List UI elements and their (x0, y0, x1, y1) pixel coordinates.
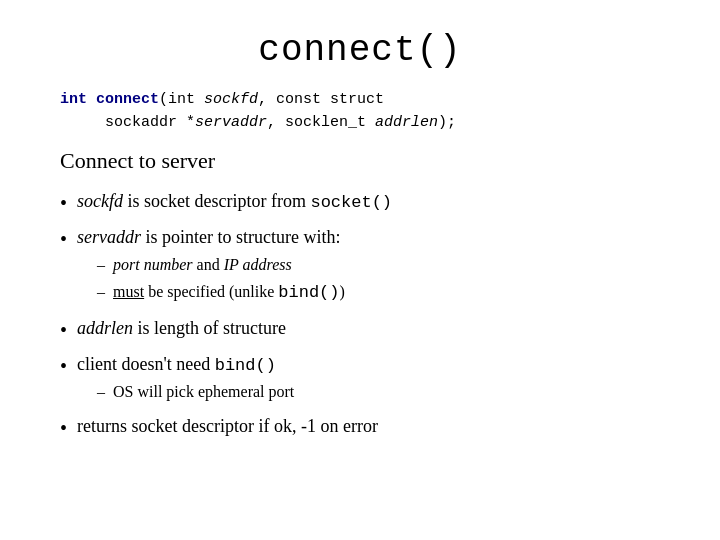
addrlen-italic: addrlen (77, 318, 133, 338)
ip-italic: IP address (224, 256, 292, 273)
slide: connect() int connect(int sockfd, const … (0, 0, 720, 540)
main-bullet-list: sockfd is socket descriptor from socket(… (60, 188, 680, 449)
slide-title: connect() (50, 30, 670, 71)
bullet-addrlen: addrlen is length of structure (60, 315, 680, 345)
sub-bullet-must-text: must be specified (unlike bind()) (113, 280, 345, 306)
bullet-addrlen-text: addrlen is length of structure (77, 315, 286, 342)
code-params-2: sockaddr *servaddr, socklen_t addrlen); (60, 114, 456, 131)
bullet-servaddr-content: servaddr is pointer to structure with: p… (77, 224, 345, 309)
bullet-sockfd-content: sockfd is socket descriptor from socket(… (77, 188, 392, 216)
bullet-servaddr: servaddr is pointer to structure with: p… (60, 224, 680, 309)
bullet-client-content: client doesn't need bind() OS will pick … (77, 351, 294, 408)
bind-code: bind() (278, 283, 339, 302)
bullet-client: client doesn't need bind() OS will pick … (60, 351, 680, 408)
sub-bullet-must: must be specified (unlike bind()) (97, 280, 345, 306)
servaddr-italic: servaddr (77, 227, 141, 247)
sub-bullet-port-text: port number and IP address (113, 253, 292, 277)
bullet-sockfd-text: sockfd is socket descriptor from socket(… (77, 188, 392, 216)
sub-bullet-port: port number and IP address (97, 253, 345, 277)
sub-bullet-os: OS will pick ephemeral port (97, 380, 294, 404)
port-italic: port number (113, 256, 193, 273)
client-sub-list: OS will pick ephemeral port (97, 380, 294, 407)
servaddr-sub-list: port number and IP address must be speci… (97, 253, 345, 309)
os-text: OS will pick ephemeral port (113, 380, 294, 404)
bullet-servaddr-text: servaddr is pointer to structure with: (77, 224, 345, 251)
bullet-returns-text: returns socket descriptor if ok, -1 on e… (77, 413, 378, 440)
bullet-sockfd: sockfd is socket descriptor from socket(… (60, 188, 680, 218)
bullet-returns: returns socket descriptor if ok, -1 on e… (60, 413, 680, 443)
must-underline: must (113, 283, 144, 300)
socket-code: socket() (310, 193, 392, 212)
bind2-code: bind() (215, 356, 276, 375)
code-signature: int connect(int sockfd, const struct soc… (60, 89, 456, 134)
keyword-int: int (60, 91, 87, 108)
bullet-addrlen-content: addrlen is length of structure (77, 315, 286, 342)
code-params-1: (int sockfd, const struct (159, 91, 384, 108)
sockfd-italic: sockfd (77, 191, 123, 211)
subtitle: Connect to server (60, 148, 215, 174)
keyword-connect: connect (96, 91, 159, 108)
bullet-returns-content: returns socket descriptor if ok, -1 on e… (77, 413, 378, 440)
bullet-client-text: client doesn't need bind() (77, 351, 294, 379)
